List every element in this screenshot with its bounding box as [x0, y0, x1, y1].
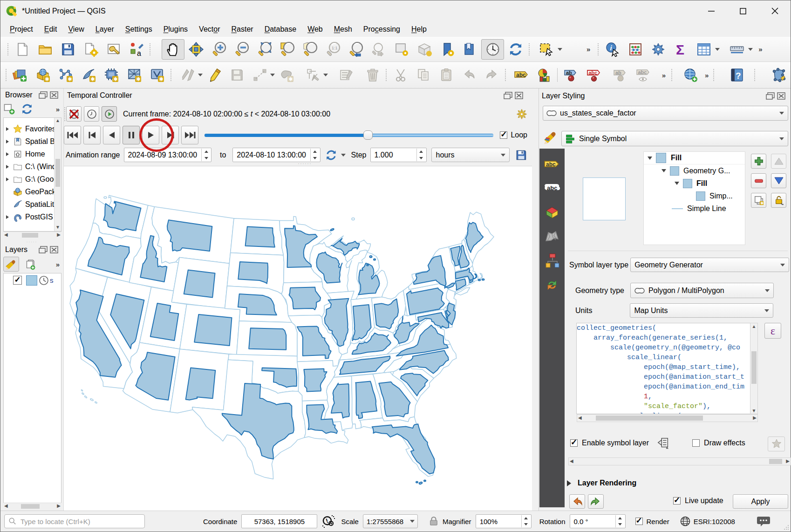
svg-text:Σ: Σ	[676, 42, 684, 57]
svg-text:✱: ✱	[288, 76, 293, 82]
svg-text:!: !	[325, 517, 329, 525]
svg-text:ab: ab	[615, 70, 621, 75]
svg-text:✱: ✱	[68, 76, 72, 82]
svg-text:✱: ✱	[159, 76, 164, 82]
svg-text:abc: abc	[638, 69, 647, 75]
svg-text:abc: abc	[547, 184, 557, 191]
svg-text:?: ?	[736, 71, 741, 81]
svg-text:abc: abc	[588, 70, 597, 75]
svg-text:✱: ✱	[760, 201, 764, 205]
svg-text:abc: abc	[516, 72, 526, 78]
svg-text:1:1: 1:1	[332, 46, 338, 50]
svg-text:✱: ✱	[113, 76, 118, 82]
svg-text:a: a	[137, 49, 141, 57]
svg-text:✱: ✱	[90, 76, 95, 82]
svg-text:abc: abc	[546, 161, 556, 168]
svg-text:✱: ✱	[45, 76, 49, 82]
svg-text:✱: ✱	[136, 76, 141, 82]
